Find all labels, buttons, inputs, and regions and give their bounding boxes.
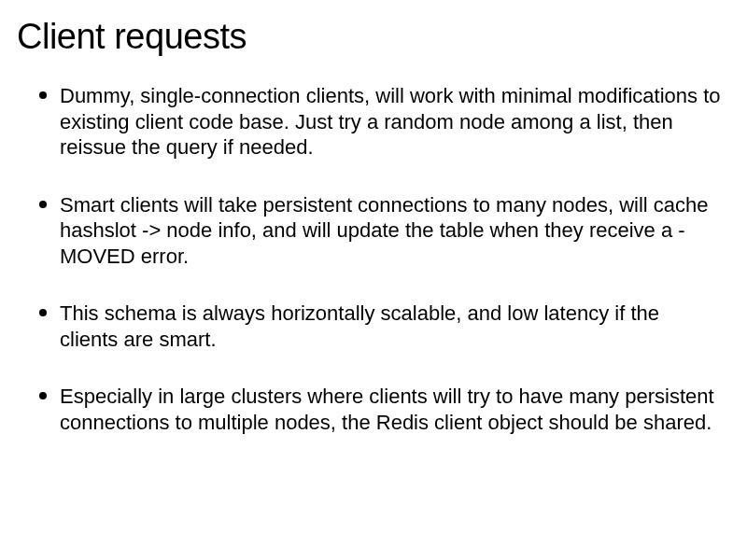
bullet-list: Dummy, single-connection clients, will w… [17, 83, 721, 435]
slide-title: Client requests [17, 17, 721, 57]
list-item: Smart clients will take persistent conne… [39, 192, 721, 270]
list-item: Dummy, single-connection clients, will w… [39, 83, 721, 161]
list-item: Especially in large clusters where clien… [39, 384, 721, 435]
list-item: This schema is always horizontally scala… [39, 301, 721, 352]
